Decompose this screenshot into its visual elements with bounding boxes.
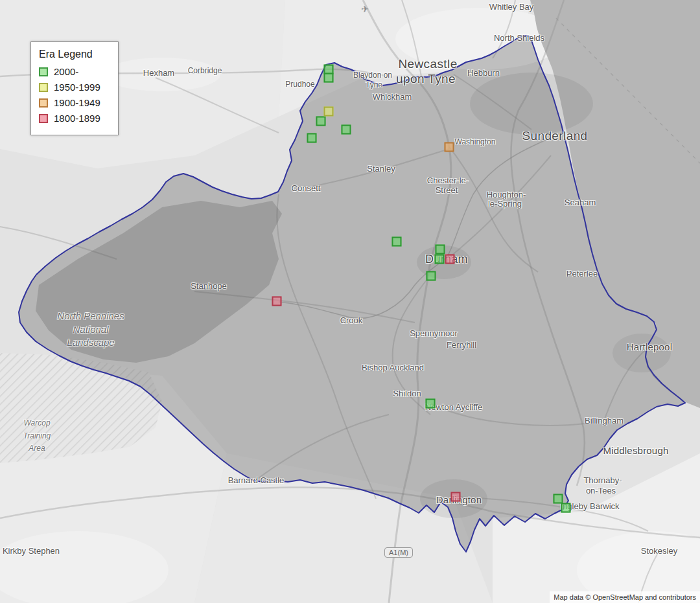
era-marker-2000[interactable]: [435, 255, 445, 264]
era-marker-2000[interactable]: [307, 133, 317, 143]
legend-item-1900-1949: 1900-1949: [39, 97, 110, 108]
legend-item-2000: 2000-: [39, 66, 110, 77]
era-marker-2000[interactable]: [426, 271, 436, 281]
era-marker-1800-1899[interactable]: [451, 492, 461, 502]
era-legend: Era Legend 2000- 1950-1999 1900-1949 180…: [30, 41, 119, 135]
era-marker-2000[interactable]: [554, 494, 563, 504]
era-marker-2000[interactable]: [561, 503, 571, 513]
legend-label-1800-1899: 1800-1899: [54, 113, 100, 124]
map-attribution: Map data © OpenStreetMap and contributor…: [550, 591, 700, 603]
legend-chip-1800-1899: [39, 114, 48, 123]
legend-label-2000: 2000-: [54, 66, 78, 77]
legend-label-1950-1999: 1950-1999: [54, 82, 100, 93]
legend-title: Era Legend: [39, 49, 110, 60]
legend-item-1800-1899: 1800-1899: [39, 113, 110, 124]
era-marker-1800-1899[interactable]: [272, 297, 282, 306]
era-marker-2000[interactable]: [436, 245, 445, 255]
era-marker-1800-1899[interactable]: [445, 255, 455, 264]
legend-chip-2000: [39, 67, 48, 76]
era-marker-2000[interactable]: [316, 117, 326, 126]
legend-chip-1950-1999: [39, 83, 48, 92]
legend-chip-1900-1949: [39, 98, 48, 108]
legend-item-1950-1999: 1950-1999: [39, 82, 110, 93]
era-marker-2000[interactable]: [392, 237, 402, 247]
era-marker-1950-1999[interactable]: [324, 107, 334, 117]
era-marker-2000[interactable]: [342, 125, 351, 135]
era-marker-1900-1949[interactable]: [445, 142, 454, 152]
era-marker-2000[interactable]: [324, 73, 334, 83]
map-canvas[interactable]: Whitley BayNorth ShieldsNewcastleupon Ty…: [0, 0, 700, 603]
era-marker-2000[interactable]: [426, 399, 436, 409]
legend-label-1900-1949: 1900-1949: [54, 97, 100, 108]
